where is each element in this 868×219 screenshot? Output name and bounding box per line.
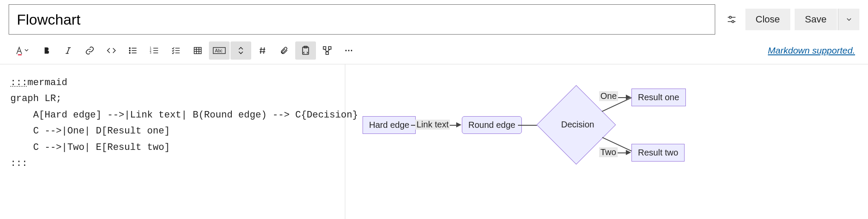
text-format-button[interactable] [9, 41, 35, 60]
bullet-list-icon [128, 46, 138, 55]
close-button[interactable]: Close [745, 9, 790, 30]
attachment-button[interactable] [274, 41, 294, 60]
code-line: C -->|One| D[Result one] [10, 126, 170, 136]
checklist-icon [171, 46, 181, 55]
mermaid-button[interactable] [317, 41, 338, 60]
edge-label-one: One [599, 91, 618, 101]
node-hard-edge: Hard edge [363, 116, 416, 134]
diagram-preview: Hard edge Link text Round edge Decision … [345, 64, 868, 219]
node-round-edge: Round edge [462, 116, 522, 134]
paste-code-button[interactable] [295, 41, 316, 60]
code-line: graph LR; [10, 93, 62, 104]
svg-point-3 [732, 21, 734, 23]
svg-line-6 [67, 48, 69, 53]
svg-line-33 [260, 48, 261, 54]
code-fence-open: ::: [10, 77, 28, 88]
italic-icon [64, 46, 73, 55]
chevron-down-icon [845, 16, 853, 23]
heading-button[interactable] [252, 41, 273, 60]
code-button[interactable] [101, 41, 122, 60]
svg-point-44 [351, 50, 352, 51]
sliders-icon [726, 14, 737, 25]
arrow-head [626, 95, 631, 100]
collapse-expand-icon [236, 45, 246, 56]
numbered-list-icon: 123 [149, 46, 160, 55]
header-actions: Close Save [722, 9, 859, 30]
arrow-ab [411, 125, 458, 126]
svg-point-42 [345, 50, 347, 51]
code-lang: mermaid [28, 77, 67, 88]
save-dropdown-button[interactable] [838, 9, 859, 30]
svg-point-11 [129, 52, 130, 53]
svg-rect-39 [326, 52, 328, 54]
save-split-button: Save [795, 9, 859, 30]
table-button[interactable] [187, 41, 208, 60]
svg-text:3: 3 [150, 51, 152, 54]
title-input[interactable] [9, 4, 715, 35]
code-fence-close: ::: [10, 158, 28, 169]
svg-text:Abc: Abc [215, 48, 222, 53]
svg-point-1 [729, 16, 731, 19]
svg-point-43 [348, 50, 349, 51]
svg-rect-38 [328, 47, 331, 49]
checklist-button[interactable] [166, 41, 186, 60]
node-decision-shape [537, 85, 616, 165]
numbered-list-button[interactable]: 123 [144, 41, 165, 60]
ellipsis-icon [344, 46, 354, 55]
save-button[interactable]: Save [795, 9, 837, 30]
bullet-list-button[interactable] [123, 41, 143, 60]
bold-icon [42, 46, 51, 55]
arrow-cd [617, 97, 626, 98]
svg-rect-37 [323, 47, 326, 49]
svg-point-9 [129, 48, 130, 48]
svg-line-40 [325, 49, 327, 52]
link-button[interactable] [79, 41, 100, 60]
arrow-head [456, 122, 461, 127]
code-icon [106, 46, 117, 55]
node-result-one: Result one [631, 89, 686, 106]
italic-button[interactable] [58, 41, 79, 60]
svg-rect-24 [194, 48, 202, 54]
table-icon [193, 46, 203, 55]
code-line: A[Hard edge] -->|Link text| B(Round edge… [10, 110, 358, 121]
paperclip-icon [280, 45, 288, 56]
clipboard-code-icon [300, 45, 311, 56]
filter-settings-button[interactable] [722, 10, 741, 29]
abc-icon: Abc [212, 46, 226, 55]
svg-line-41 [327, 49, 330, 52]
collapse-expand-button[interactable] [230, 41, 251, 60]
text-format-icon [15, 45, 30, 56]
diagram-icon [322, 45, 332, 56]
toolbar: 123 Abc Markdown supported. [0, 39, 868, 64]
hash-icon [258, 46, 267, 55]
svg-line-34 [264, 48, 265, 54]
more-button[interactable] [338, 41, 359, 60]
markdown-editor[interactable]: :::mermaid graph LR; A[Hard edge] -->|Li… [0, 64, 345, 219]
link-icon [85, 46, 95, 55]
content-area: :::mermaid graph LR; A[Hard edge] -->|Li… [0, 64, 868, 219]
code-line: C -->|Two| E[Result two] [10, 142, 170, 153]
abc-selection-button[interactable]: Abc [209, 41, 230, 60]
markdown-supported-link[interactable]: Markdown supported. [768, 45, 859, 56]
arrow-ce [617, 152, 626, 153]
header-bar: Close Save [0, 0, 868, 39]
svg-point-10 [129, 50, 130, 51]
edge-label-two: Two [599, 147, 618, 157]
node-result-two: Result two [631, 144, 685, 162]
bold-button[interactable] [36, 41, 57, 60]
arrow-head [626, 150, 631, 155]
